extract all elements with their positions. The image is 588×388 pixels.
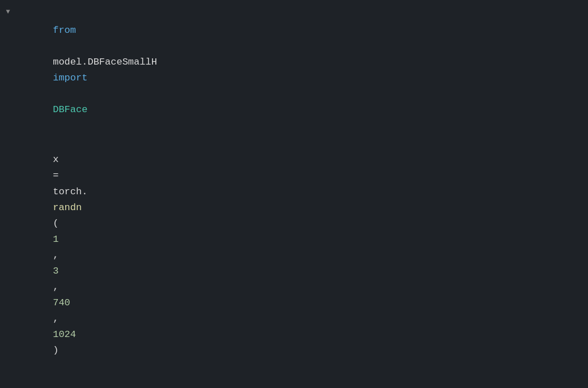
paren1: ( — [53, 218, 58, 229]
class-dbface: DBFace — [53, 104, 87, 115]
code-container: ▼ from model.DBFaceSmallH import DBFace … — [0, 0, 588, 388]
comma2: , — [53, 282, 64, 292]
num3: 740 — [53, 297, 70, 308]
keyword-import: import — [53, 73, 87, 83]
code-line-3: model = DBFace () — [0, 376, 588, 388]
comma1: , — [53, 250, 64, 261]
var-x: x — [53, 154, 64, 165]
num1: 1 — [53, 234, 58, 245]
torch-randn: torch. — [53, 186, 87, 197]
gutter-2 — [0, 135, 16, 136]
eq: = — [53, 170, 64, 181]
num2: 3 — [53, 266, 58, 276]
code-line-1: ▼ from model.DBFaceSmallH import DBFace — [0, 6, 588, 135]
gutter-3 — [0, 376, 16, 377]
num4: 1024 — [53, 329, 76, 340]
line-text-1: from model.DBFaceSmallH import DBFace — [16, 6, 588, 135]
space — [53, 41, 58, 52]
fold-icon-1[interactable]: ▼ — [4, 7, 12, 18]
comma3: , — [53, 313, 64, 324]
line-text-3: model = DBFace () — [16, 376, 588, 388]
gutter-1: ▼ — [0, 6, 16, 18]
keyword-from: from — [53, 25, 76, 36]
fn-randn: randn — [53, 202, 82, 213]
line-text-2: x = torch. randn ( 1 , 3 , 740 , 1024 ) — [16, 135, 588, 376]
code-line-2: x = torch. randn ( 1 , 3 , 740 , 1024 ) — [0, 135, 588, 376]
module-name: model.DBFaceSmallH — [53, 57, 163, 67]
space2 — [53, 88, 58, 99]
paren2: ) — [53, 345, 58, 356]
